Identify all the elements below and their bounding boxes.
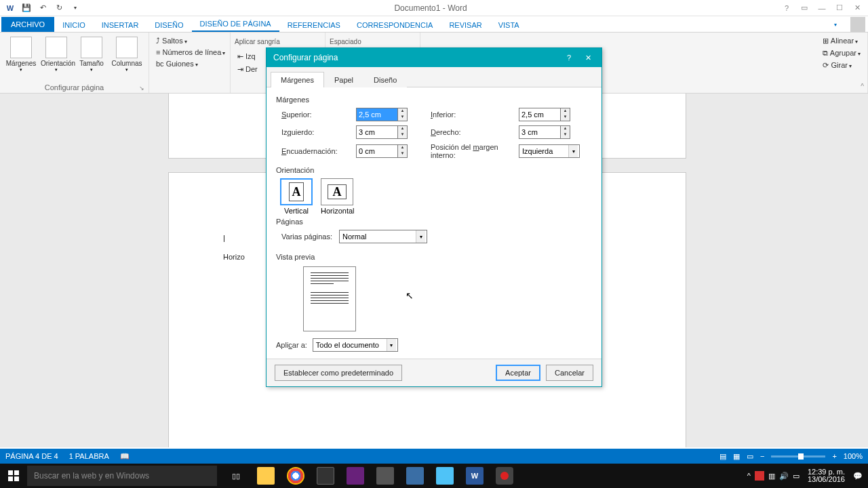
status-palabras[interactable]: 1 PALABRA — [69, 452, 109, 460]
save-icon[interactable]: 💾 — [19, 1, 34, 15]
zoom-out-icon[interactable]: − — [760, 452, 764, 460]
section-margenes-label: Márgenes — [276, 96, 592, 104]
svg-rect-1 — [14, 470, 19, 475]
taskbar-clock[interactable]: 12:39 p. m. 13/06/2016 — [804, 468, 849, 483]
minimize-icon[interactable]: — — [814, 1, 830, 15]
task-view-icon[interactable]: ▯▯ — [221, 464, 251, 488]
dialog-tab-margenes[interactable]: Márgenes — [271, 72, 324, 87]
dialog-titlebar[interactable]: Configurar página ? ✕ — [267, 48, 601, 67]
recorder-icon[interactable] — [490, 464, 519, 488]
sangria-header: Aplicar sangría — [235, 38, 280, 45]
input-superior[interactable]: ▲▼ — [356, 108, 417, 121]
app-icon-2[interactable] — [400, 464, 430, 488]
zoom-slider[interactable] — [771, 455, 825, 458]
status-pagina[interactable]: PÁGINA 4 DE 4 — [5, 452, 58, 460]
tab-vista[interactable]: VISTA — [490, 18, 528, 32]
view-read-icon[interactable]: ▤ — [719, 452, 726, 461]
input-inferior[interactable]: ▲▼ — [519, 108, 580, 121]
orientation-vertical[interactable]: A Vertical — [280, 178, 313, 215]
tab-correspondencia[interactable]: CORRESPONDENCIA — [349, 18, 441, 32]
combo-varias-paginas[interactable]: Normal▾ — [339, 230, 427, 243]
sangria-izq[interactable]: ⇤ Izq — [235, 51, 258, 62]
numeros-linea-button[interactable]: ≡ Números de línea▾ — [153, 47, 228, 58]
ribbon-options-icon[interactable]: ▭ — [796, 1, 812, 15]
tab-insertar[interactable]: INSERTAR — [94, 18, 147, 32]
svg-rect-3 — [14, 476, 19, 481]
app-icon-1[interactable] — [370, 464, 400, 488]
start-button[interactable] — [0, 464, 27, 488]
combo-aplicar-a[interactable]: Todo el documento▾ — [313, 338, 398, 352]
tab-diseno[interactable]: DISEÑO — [146, 18, 191, 32]
sangria-der[interactable]: ⇥ Der — [235, 64, 260, 75]
qat-more-icon[interactable]: ▾ — [68, 1, 83, 15]
btn-cancelar[interactable]: Cancelar — [546, 365, 593, 381]
girar-button[interactable]: ⟳ Girar▾ — [820, 60, 863, 71]
chrome-icon[interactable] — [281, 464, 311, 488]
dialog-tab-diseno[interactable]: Diseño — [363, 72, 407, 87]
margenes-button[interactable]: Márgenes▾ — [4, 35, 38, 74]
mouse-cursor-icon: ↖ — [406, 290, 414, 301]
tray-app-icon[interactable] — [755, 471, 764, 481]
tab-archivo[interactable]: ARCHIVO — [1, 17, 54, 32]
lbl-superior: Superior: — [281, 110, 356, 119]
group-launcher-icon[interactable]: ↘ — [139, 85, 144, 92]
lbl-derecho: Derecho: — [431, 128, 519, 136]
tab-inicio[interactable]: INICIO — [54, 18, 94, 32]
section-paginas-label: Páginas — [276, 218, 592, 226]
tamano-button[interactable]: Tamaño▾ — [75, 35, 108, 74]
section-orientacion-label: Orientación — [276, 166, 592, 174]
tab-referencias[interactable]: REFERENCIAS — [279, 18, 349, 32]
redo-icon[interactable]: ↻ — [52, 1, 66, 15]
undo-icon[interactable]: ↶ — [35, 1, 50, 15]
dialog-close-icon[interactable]: ✕ — [578, 50, 597, 65]
group-configurar-label: Configurar página — [45, 83, 104, 92]
orientation-horizontal[interactable]: A Horizontal — [321, 178, 355, 215]
view-web-icon[interactable]: ▭ — [747, 452, 753, 461]
zoom-percent[interactable]: 100% — [844, 452, 863, 460]
status-proofing-icon[interactable]: 📖 — [120, 452, 130, 461]
tab-revisar[interactable]: REVISAR — [441, 18, 490, 32]
saltos-button[interactable]: ⤴ Saltos▾ — [153, 35, 228, 46]
ribbon-collapse-icon[interactable]: ▾ — [826, 19, 845, 30]
alinear-button[interactable]: ⊞ Alinear▾ — [820, 35, 863, 47]
user-avatar[interactable] — [850, 17, 865, 32]
visual-studio-icon[interactable] — [340, 464, 370, 488]
input-derecho[interactable]: ▲▼ — [519, 125, 580, 139]
tray-chevron-icon[interactable]: ^ — [747, 472, 751, 480]
btn-predeterminado[interactable]: Establecer como predeterminado — [275, 365, 402, 381]
ribbon-collapse-chevron-icon[interactable]: ^ — [861, 83, 864, 90]
preview-thumbnail — [303, 266, 356, 331]
app-icon-3[interactable] — [430, 464, 460, 488]
word-taskbar-icon[interactable]: W — [460, 464, 490, 488]
agrupar-button[interactable]: ⧉ Agrupar▾ — [820, 47, 863, 59]
tray-network-icon[interactable]: ▥ — [768, 472, 775, 481]
tray-lang-icon[interactable]: ▭ — [793, 472, 800, 481]
lbl-izquierdo: Izquierdo: — [281, 128, 356, 136]
combo-posicion-margen[interactable]: Izquierda▾ — [519, 144, 580, 158]
file-explorer-icon[interactable] — [251, 464, 281, 488]
columnas-button[interactable]: Columnas▾ — [110, 35, 144, 74]
store-icon[interactable] — [311, 464, 340, 488]
tray-volume-icon[interactable]: 🔊 — [779, 472, 789, 481]
guiones-button[interactable]: bc Guiones▾ — [153, 58, 228, 69]
svg-rect-2 — [8, 476, 13, 481]
lbl-aplicar-a: Aplicar a: — [276, 341, 307, 349]
view-print-icon[interactable]: ▦ — [733, 452, 740, 461]
orientacion-button[interactable]: Orientación▾ — [39, 35, 73, 74]
close-icon[interactable]: ✕ — [849, 1, 865, 15]
taskbar-search[interactable]: Buscar en la web y en Windows — [27, 466, 217, 486]
tab-diseno-pagina[interactable]: DISEÑO DE PÁGINA — [192, 17, 279, 32]
input-encuadernacion[interactable]: ▲▼ — [356, 144, 417, 158]
ribbon-tabs: ARCHIVO INICIO INSERTAR DISEÑO DISEÑO DE… — [0, 16, 868, 33]
btn-aceptar[interactable]: Aceptar — [496, 365, 540, 381]
help-icon[interactable]: ? — [778, 1, 795, 15]
input-izquierdo[interactable]: ▲▼ — [356, 125, 417, 139]
maximize-icon[interactable]: ☐ — [831, 1, 848, 15]
dialog-tab-papel[interactable]: Papel — [324, 72, 363, 87]
notifications-icon[interactable]: 💬 — [853, 472, 863, 481]
lbl-posicion-margen: Posición del margen interno: — [431, 143, 519, 159]
lbl-varias-paginas: Varias páginas: — [281, 232, 332, 241]
espaciado-header: Espaciado — [330, 38, 361, 45]
zoom-in-icon[interactable]: + — [832, 452, 836, 460]
dialog-help-icon[interactable]: ? — [559, 50, 578, 65]
